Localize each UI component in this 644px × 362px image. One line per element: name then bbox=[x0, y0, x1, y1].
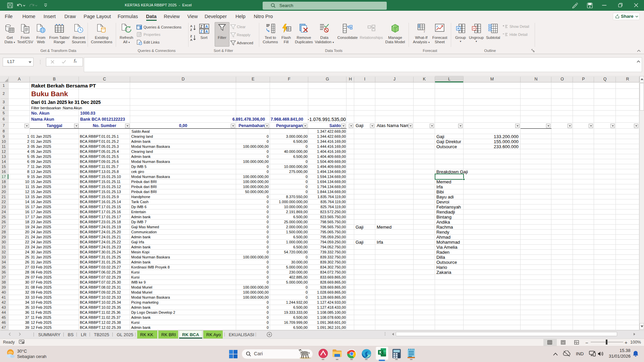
svg-text:?: ? bbox=[423, 28, 425, 33]
svg-text:Z: Z bbox=[200, 24, 203, 28]
svg-text:Z: Z bbox=[190, 28, 192, 31]
svg-text:i: i bbox=[393, 25, 394, 28]
svg-text:A: A bbox=[205, 24, 208, 28]
svg-text:A: A bbox=[205, 29, 208, 34]
svg-text:A: A bbox=[190, 24, 193, 28]
svg-text:Z: Z bbox=[200, 29, 203, 34]
